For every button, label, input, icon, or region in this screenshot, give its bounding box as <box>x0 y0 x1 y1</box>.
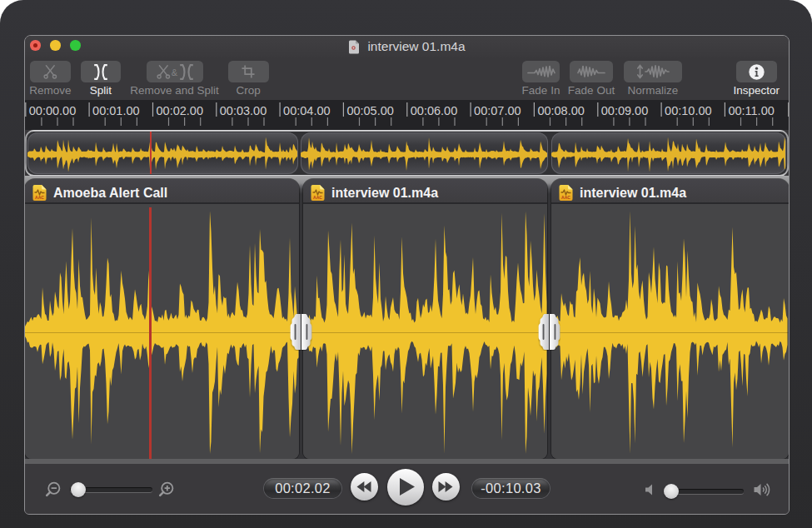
svg-text:00:01.00: 00:01.00 <box>92 104 139 117</box>
svg-text:&: & <box>171 67 177 77</box>
svg-text:00:05.00: 00:05.00 <box>346 104 393 117</box>
svg-text:00:03.00: 00:03.00 <box>220 104 267 117</box>
svg-text:AAC: AAC <box>35 195 44 200</box>
svg-text:AAC: AAC <box>313 195 322 200</box>
svg-text:00:10.00: 00:10.00 <box>665 104 711 117</box>
svg-text:00:09.00: 00:09.00 <box>601 104 648 117</box>
svg-text:00:00.00: 00:00.00 <box>29 104 76 117</box>
svg-text:00:02.00: 00:02.00 <box>157 104 203 117</box>
svg-text:00:06.00: 00:06.00 <box>411 104 457 117</box>
svg-text:00:04.00: 00:04.00 <box>283 104 330 117</box>
svg-text:AAC: AAC <box>561 195 570 200</box>
svg-text:00:08.00: 00:08.00 <box>537 104 584 117</box>
svg-text:00:07.00: 00:07.00 <box>474 104 521 117</box>
svg-text:00:11.00: 00:11.00 <box>728 104 774 117</box>
